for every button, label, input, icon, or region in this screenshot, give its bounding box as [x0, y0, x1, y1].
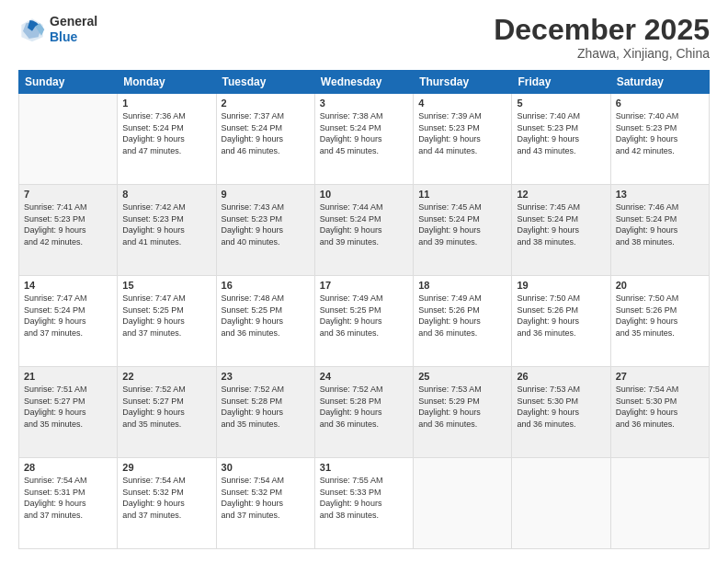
day-number: 10 [320, 189, 408, 200]
day-number: 4 [418, 98, 506, 109]
day-info: Sunrise: 7:50 AM Sunset: 5:26 PM Dayligh… [616, 293, 704, 339]
day-number: 26 [517, 371, 605, 382]
table-row: 27Sunrise: 7:54 AM Sunset: 5:30 PM Dayli… [610, 367, 709, 458]
table-row: 13Sunrise: 7:46 AM Sunset: 5:24 PM Dayli… [610, 185, 709, 276]
calendar-week-row: 14Sunrise: 7:47 AM Sunset: 5:24 PM Dayli… [19, 276, 710, 367]
day-info: Sunrise: 7:45 AM Sunset: 5:24 PM Dayligh… [517, 201, 605, 247]
table-row [512, 458, 610, 549]
day-number: 22 [122, 371, 210, 382]
day-info: Sunrise: 7:54 AM Sunset: 5:31 PM Dayligh… [24, 475, 112, 521]
table-row: 15Sunrise: 7:47 AM Sunset: 5:25 PM Dayli… [118, 276, 216, 367]
day-number: 12 [517, 189, 605, 200]
day-number: 31 [320, 462, 408, 473]
table-row: 1Sunrise: 7:36 AM Sunset: 5:24 PM Daylig… [118, 94, 216, 185]
day-info: Sunrise: 7:52 AM Sunset: 5:27 PM Dayligh… [122, 384, 210, 430]
day-info: Sunrise: 7:53 AM Sunset: 5:29 PM Dayligh… [418, 384, 506, 430]
day-number: 25 [418, 371, 506, 382]
day-info: Sunrise: 7:54 AM Sunset: 5:32 PM Dayligh… [222, 475, 310, 521]
day-number: 9 [222, 189, 310, 200]
logo-blue-text: Blue [50, 29, 77, 44]
day-number: 13 [616, 189, 704, 200]
day-number: 17 [320, 280, 408, 291]
day-info: Sunrise: 7:55 AM Sunset: 5:33 PM Dayligh… [320, 475, 408, 521]
day-info: Sunrise: 7:46 AM Sunset: 5:24 PM Dayligh… [616, 201, 704, 247]
calendar-week-row: 21Sunrise: 7:51 AM Sunset: 5:27 PM Dayli… [19, 367, 710, 458]
day-number: 21 [24, 371, 112, 382]
day-number: 28 [24, 462, 112, 473]
table-row [19, 94, 118, 185]
day-info: Sunrise: 7:36 AM Sunset: 5:24 PM Dayligh… [122, 110, 210, 156]
day-info: Sunrise: 7:51 AM Sunset: 5:27 PM Dayligh… [24, 384, 112, 430]
day-number: 29 [122, 462, 210, 473]
calendar-week-row: 1Sunrise: 7:36 AM Sunset: 5:24 PM Daylig… [19, 94, 710, 185]
main-title: December 2025 [494, 14, 710, 46]
day-info: Sunrise: 7:54 AM Sunset: 5:30 PM Dayligh… [616, 384, 704, 430]
page: General Blue December 2025 Zhawa, Xinjia… [0, 0, 728, 563]
table-row: 19Sunrise: 7:50 AM Sunset: 5:26 PM Dayli… [512, 276, 610, 367]
calendar-header-row: Sunday Monday Tuesday Wednesday Thursday… [19, 71, 710, 94]
table-row: 14Sunrise: 7:47 AM Sunset: 5:24 PM Dayli… [19, 276, 118, 367]
day-info: Sunrise: 7:52 AM Sunset: 5:28 PM Dayligh… [222, 384, 310, 430]
day-number: 14 [24, 280, 112, 291]
table-row: 23Sunrise: 7:52 AM Sunset: 5:28 PM Dayli… [216, 367, 314, 458]
day-info: Sunrise: 7:40 AM Sunset: 5:23 PM Dayligh… [517, 110, 605, 156]
table-row: 10Sunrise: 7:44 AM Sunset: 5:24 PM Dayli… [314, 185, 413, 276]
calendar-week-row: 28Sunrise: 7:54 AM Sunset: 5:31 PM Dayli… [19, 458, 710, 549]
table-row: 17Sunrise: 7:49 AM Sunset: 5:25 PM Dayli… [314, 276, 413, 367]
day-info: Sunrise: 7:38 AM Sunset: 5:24 PM Dayligh… [320, 110, 408, 156]
day-number: 16 [222, 280, 310, 291]
table-row: 6Sunrise: 7:40 AM Sunset: 5:23 PM Daylig… [610, 94, 709, 185]
day-info: Sunrise: 7:49 AM Sunset: 5:26 PM Dayligh… [418, 293, 506, 339]
day-number: 19 [517, 280, 605, 291]
calendar-week-row: 7Sunrise: 7:41 AM Sunset: 5:23 PM Daylig… [19, 185, 710, 276]
table-row: 11Sunrise: 7:45 AM Sunset: 5:24 PM Dayli… [414, 185, 512, 276]
header-monday: Monday [118, 71, 216, 94]
day-number: 24 [320, 371, 408, 382]
table-row: 9Sunrise: 7:43 AM Sunset: 5:23 PM Daylig… [216, 185, 314, 276]
day-info: Sunrise: 7:37 AM Sunset: 5:24 PM Dayligh… [222, 110, 310, 156]
table-row: 24Sunrise: 7:52 AM Sunset: 5:28 PM Dayli… [314, 367, 413, 458]
table-row [610, 458, 709, 549]
header: General Blue December 2025 Zhawa, Xinjia… [18, 14, 710, 61]
day-info: Sunrise: 7:54 AM Sunset: 5:32 PM Dayligh… [122, 475, 210, 521]
table-row: 2Sunrise: 7:37 AM Sunset: 5:24 PM Daylig… [216, 94, 314, 185]
day-number: 30 [222, 462, 310, 473]
table-row: 16Sunrise: 7:48 AM Sunset: 5:25 PM Dayli… [216, 276, 314, 367]
table-row: 4Sunrise: 7:39 AM Sunset: 5:23 PM Daylig… [414, 94, 512, 185]
logo: General Blue [18, 14, 97, 45]
day-number: 6 [616, 98, 704, 109]
table-row: 30Sunrise: 7:54 AM Sunset: 5:32 PM Dayli… [216, 458, 314, 549]
table-row: 22Sunrise: 7:52 AM Sunset: 5:27 PM Dayli… [118, 367, 216, 458]
day-number: 20 [616, 280, 704, 291]
header-saturday: Saturday [610, 71, 709, 94]
header-wednesday: Wednesday [314, 71, 413, 94]
logo-general-text: General [50, 14, 97, 29]
day-info: Sunrise: 7:43 AM Sunset: 5:23 PM Dayligh… [222, 201, 310, 247]
header-friday: Friday [512, 71, 610, 94]
day-number: 23 [222, 371, 310, 382]
table-row [414, 458, 512, 549]
table-row: 28Sunrise: 7:54 AM Sunset: 5:31 PM Dayli… [19, 458, 118, 549]
day-info: Sunrise: 7:48 AM Sunset: 5:25 PM Dayligh… [222, 293, 310, 339]
header-sunday: Sunday [19, 71, 118, 94]
table-row: 3Sunrise: 7:38 AM Sunset: 5:24 PM Daylig… [314, 94, 413, 185]
day-info: Sunrise: 7:49 AM Sunset: 5:25 PM Dayligh… [320, 293, 408, 339]
logo-icon [18, 16, 46, 43]
day-info: Sunrise: 7:39 AM Sunset: 5:23 PM Dayligh… [418, 110, 506, 156]
header-tuesday: Tuesday [216, 71, 314, 94]
table-row: 12Sunrise: 7:45 AM Sunset: 5:24 PM Dayli… [512, 185, 610, 276]
subtitle: Zhawa, Xinjiang, China [494, 46, 710, 61]
day-number: 3 [320, 98, 408, 109]
day-info: Sunrise: 7:41 AM Sunset: 5:23 PM Dayligh… [24, 201, 112, 247]
day-info: Sunrise: 7:40 AM Sunset: 5:23 PM Dayligh… [616, 110, 704, 156]
day-number: 7 [24, 189, 112, 200]
day-info: Sunrise: 7:53 AM Sunset: 5:30 PM Dayligh… [517, 384, 605, 430]
logo-text: General Blue [50, 14, 97, 45]
table-row: 8Sunrise: 7:42 AM Sunset: 5:23 PM Daylig… [118, 185, 216, 276]
day-info: Sunrise: 7:45 AM Sunset: 5:24 PM Dayligh… [418, 201, 506, 247]
day-info: Sunrise: 7:50 AM Sunset: 5:26 PM Dayligh… [517, 293, 605, 339]
table-row: 7Sunrise: 7:41 AM Sunset: 5:23 PM Daylig… [19, 185, 118, 276]
day-info: Sunrise: 7:44 AM Sunset: 5:24 PM Dayligh… [320, 201, 408, 247]
table-row: 26Sunrise: 7:53 AM Sunset: 5:30 PM Dayli… [512, 367, 610, 458]
table-row: 29Sunrise: 7:54 AM Sunset: 5:32 PM Dayli… [118, 458, 216, 549]
